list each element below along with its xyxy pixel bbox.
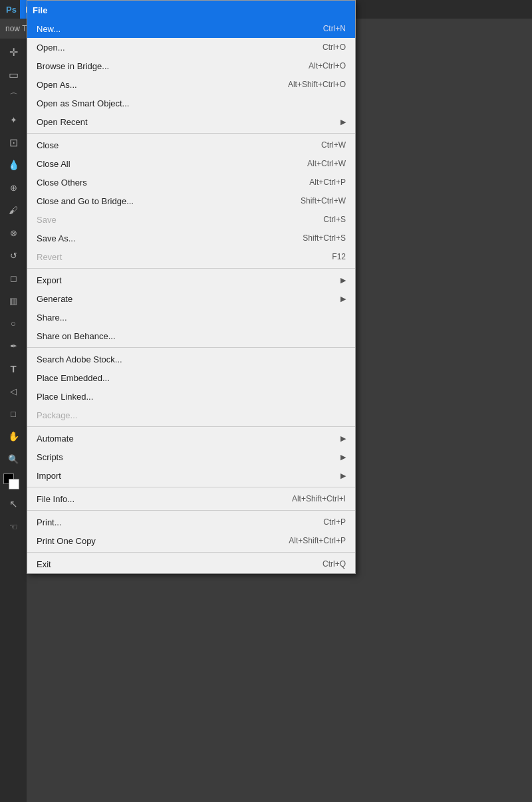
menu-item-close-others-shortcut: Alt+Ctrl+P — [309, 178, 346, 187]
file-dropdown-menu: File New... Ctrl+N Open... Ctrl+O Browse… — [27, 0, 356, 574]
menu-item-close-bridge-shortcut: Shift+Ctrl+W — [301, 196, 346, 205]
menu-item-scripts-label: Scripts — [37, 452, 336, 462]
menu-item-browse-bridge-shortcut: Alt+Ctrl+O — [309, 61, 346, 70]
import-arrow: ▶ — [340, 471, 346, 480]
menu-item-browse-bridge[interactable]: Browse in Bridge... Alt+Ctrl+O — [27, 57, 355, 75]
tool-dodge[interactable]: ○ — [3, 313, 24, 334]
tool-gradient[interactable]: ▥ — [3, 290, 24, 311]
menu-item-save-as-shortcut: Shift+Ctrl+S — [303, 233, 346, 243]
menu-item-place-linked[interactable]: Place Linked... — [27, 387, 355, 406]
menu-item-close-bridge-label: Close and Go to Bridge... — [37, 196, 274, 206]
menu-item-new[interactable]: New... Ctrl+N — [27, 19, 355, 38]
menu-item-open-recent[interactable]: Open Recent ▶ — [27, 112, 355, 131]
menu-item-print-one-shortcut: Alt+Shift+Ctrl+P — [289, 536, 346, 545]
tool-path-select[interactable]: ◁ — [3, 380, 24, 402]
separator-1 — [27, 133, 355, 134]
menu-item-import-label: Import — [37, 471, 336, 481]
menu-item-generate[interactable]: Generate ▶ — [27, 289, 355, 308]
separator-6 — [27, 510, 355, 511]
menu-item-share-behance-label: Share on Behance... — [37, 331, 346, 341]
menu-item-package-label: Package... — [37, 410, 346, 420]
menu-item-close-bridge[interactable]: Close and Go to Bridge... Shift+Ctrl+W — [27, 192, 355, 210]
open-recent-arrow: ▶ — [340, 118, 346, 126]
menu-item-scripts[interactable]: Scripts ▶ — [27, 448, 355, 466]
tool-zoom[interactable]: 🔍 — [3, 448, 24, 469]
menu-item-close[interactable]: Close Ctrl+W — [27, 136, 355, 154]
menu-item-open-smart[interactable]: Open as Smart Object... — [27, 94, 355, 112]
menu-item-revert-label: Revert — [37, 252, 305, 262]
menu-item-save-as[interactable]: Save As... Shift+Ctrl+S — [27, 229, 355, 247]
export-arrow: ▶ — [340, 276, 346, 285]
menu-item-print-label: Print... — [37, 517, 297, 527]
menu-item-print-one-label: Print One Copy — [37, 536, 262, 546]
separator-5 — [27, 487, 355, 487]
menu-item-share-behance[interactable]: Share on Behance... — [27, 327, 355, 345]
tool-pen[interactable]: ✒ — [3, 335, 24, 356]
menu-item-place-embedded[interactable]: Place Embedded... — [27, 368, 355, 387]
separator-3 — [27, 347, 355, 348]
menu-item-save-as-label: Save As... — [37, 233, 276, 243]
menu-item-exit[interactable]: Exit Ctrl+Q — [27, 555, 355, 573]
automate-arrow: ▶ — [340, 434, 346, 443]
menu-item-place-linked-label: Place Linked... — [37, 392, 346, 402]
tool-crop[interactable]: ⊡ — [3, 132, 24, 153]
tool-lasso[interactable]: ⌒ — [3, 86, 24, 108]
tool-brush[interactable]: 🖌 — [3, 200, 24, 221]
tool-arrow[interactable]: ↖ — [3, 493, 24, 515]
menu-item-exit-label: Exit — [37, 559, 296, 569]
menu-item-close-others-label: Close Others — [37, 178, 283, 188]
menu-item-import[interactable]: Import ▶ — [27, 466, 355, 485]
menu-item-save-shortcut: Ctrl+S — [323, 215, 346, 224]
menu-item-new-shortcut: Ctrl+N — [323, 24, 346, 33]
menu-item-save: Save Ctrl+S — [27, 210, 355, 229]
menu-item-open[interactable]: Open... Ctrl+O — [27, 38, 355, 57]
tool-move[interactable]: ✛ — [3, 41, 24, 63]
menu-item-close-all-label: Close All — [37, 159, 281, 169]
tool-heal[interactable]: ⊕ — [3, 177, 24, 198]
tool-eraser[interactable]: ◻ — [3, 267, 24, 289]
left-tool-panel: ✛ ▭ ⌒ ✦ ⊡ 💧 ⊕ 🖌 ⊗ ↺ ◻ ▥ ○ ✒ T ◁ □ ✋ 🔍 ↖ … — [0, 39, 27, 802]
separator-2 — [27, 268, 355, 269]
tool-history[interactable]: ↺ — [3, 245, 24, 266]
menu-item-close-others[interactable]: Close Others Alt+Ctrl+P — [27, 173, 355, 192]
tool-text[interactable]: T — [3, 358, 24, 379]
menu-item-open-shortcut: Ctrl+O — [323, 43, 346, 52]
menu-item-close-shortcut: Ctrl+W — [321, 140, 346, 150]
menu-item-file-info[interactable]: File Info... Alt+Shift+Ctrl+I — [27, 489, 355, 508]
menu-item-close-all[interactable]: Close All Alt+Ctrl+W — [27, 154, 355, 173]
menu-item-revert-shortcut: F12 — [332, 252, 346, 261]
menu-item-export[interactable]: Export ▶ — [27, 271, 355, 289]
tool-hand[interactable]: ✋ — [3, 426, 24, 447]
fg-bg-colors[interactable] — [3, 473, 23, 492]
menu-item-revert: Revert F12 — [27, 247, 355, 266]
menu-item-package: Package... — [27, 406, 355, 424]
menu-item-generate-label: Generate — [37, 294, 336, 304]
tool-marquee[interactable]: ▭ — [3, 64, 24, 85]
menu-item-open-smart-label: Open as Smart Object... — [37, 98, 319, 108]
menu-item-exit-shortcut: Ctrl+Q — [323, 559, 346, 569]
file-menu-header: File — [27, 1, 355, 19]
menu-item-export-label: Export — [37, 275, 336, 285]
tool-shape[interactable]: □ — [3, 403, 24, 424]
generate-arrow: ▶ — [340, 295, 346, 303]
menu-item-close-label: Close — [37, 140, 295, 150]
menu-item-save-label: Save — [37, 215, 297, 225]
menu-item-search-stock[interactable]: Search Adobe Stock... — [27, 350, 355, 368]
menu-item-search-stock-label: Search Adobe Stock... — [37, 354, 346, 364]
menu-item-print[interactable]: Print... Ctrl+P — [27, 513, 355, 531]
menu-item-automate[interactable]: Automate ▶ — [27, 429, 355, 448]
scripts-arrow: ▶ — [340, 453, 346, 462]
menu-item-print-one[interactable]: Print One Copy Alt+Shift+Ctrl+P — [27, 531, 355, 550]
menu-item-print-shortcut: Ctrl+P — [323, 517, 346, 527]
menu-item-open-as-shortcut: Alt+Shift+Ctrl+O — [288, 80, 346, 89]
menu-item-open-label: Open... — [37, 43, 296, 53]
menu-item-place-embedded-label: Place Embedded... — [37, 373, 346, 383]
tool-eyedropper[interactable]: 💧 — [3, 154, 24, 176]
tool-hand2[interactable]: ☜ — [3, 516, 24, 537]
menu-item-share[interactable]: Share... — [27, 308, 355, 327]
menu-item-open-as[interactable]: Open As... Alt+Shift+Ctrl+O — [27, 75, 355, 94]
separator-4 — [27, 426, 355, 427]
tool-clone[interactable]: ⊗ — [3, 222, 24, 243]
tool-magic-wand[interactable]: ✦ — [3, 109, 24, 130]
menu-item-open-recent-label: Open Recent — [37, 117, 336, 127]
